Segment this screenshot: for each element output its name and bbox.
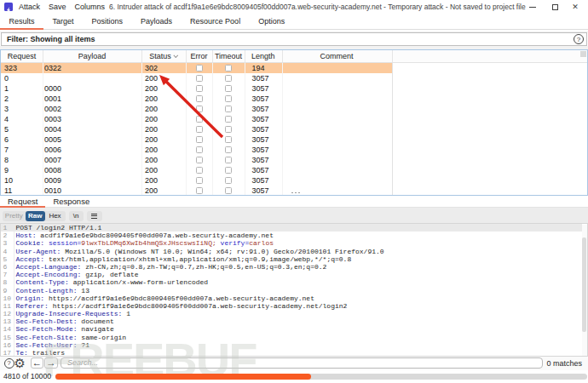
pretty-button[interactable]: Pretty — [3, 211, 26, 222]
cell-comment — [282, 94, 392, 104]
table-row[interactable]: 1000092003057 — [1, 175, 392, 186]
tab-positions[interactable]: Positions — [83, 14, 132, 30]
column-header-status[interactable]: Status — [141, 50, 186, 62]
table-row[interactable]: 400032003057 — [1, 114, 392, 124]
tab-options[interactable]: Options — [250, 14, 294, 30]
error-checkbox[interactable] — [196, 146, 203, 153]
filter-help-icon[interactable]: ? — [574, 34, 584, 44]
error-checkbox[interactable] — [196, 95, 203, 102]
timeout-checkbox[interactable] — [225, 167, 232, 174]
hex-button[interactable]: Hex — [45, 211, 66, 222]
column-header-request[interactable]: Request — [1, 50, 43, 62]
error-checkbox[interactable] — [196, 167, 203, 174]
maximize-button[interactable] — [544, 0, 566, 14]
table-row[interactable]: 02003057 — [1, 73, 392, 83]
minimize-button[interactable] — [522, 0, 544, 14]
timeout-checkbox[interactable] — [225, 146, 232, 153]
error-checkbox[interactable] — [196, 106, 203, 112]
error-checkbox[interactable] — [196, 75, 203, 82]
timeout-checkbox[interactable] — [225, 95, 232, 102]
menu-columns[interactable]: Columns — [75, 3, 106, 11]
results-table-header: RequestPayloadStatusErrorTimeoutLengthCo… — [1, 50, 587, 63]
tab-response[interactable]: Response — [45, 197, 97, 208]
gear-icon[interactable]: ⚙ — [14, 356, 26, 371]
cell-status: 200 — [141, 155, 186, 165]
newline-toggle-button[interactable]: \n — [69, 211, 84, 222]
error-checkbox[interactable] — [196, 116, 203, 123]
column-header-comment[interactable]: Comment — [282, 50, 392, 62]
timeout-checkbox[interactable] — [225, 136, 232, 143]
column-separator — [212, 50, 213, 62]
close-button[interactable]: ✕ — [564, 0, 586, 14]
timeout-checkbox[interactable] — [225, 65, 232, 71]
timeout-checkbox[interactable] — [225, 187, 232, 194]
tab-payloads[interactable]: Payloads — [132, 14, 182, 30]
table-row[interactable]: 100002003057 — [1, 83, 392, 94]
search-help-icon[interactable]: ? — [4, 358, 14, 369]
timeout-checkbox[interactable] — [225, 85, 232, 92]
request-editor[interactable]: 1POST /login2 HTTP/1.12Host: acdf1f9a1e6… — [0, 223, 588, 357]
message-tab-bar: Request Response — [0, 197, 588, 208]
cell-error — [186, 104, 212, 114]
timeout-checkbox[interactable] — [225, 116, 232, 123]
column-separator — [245, 63, 245, 196]
table-row[interactable]: 600052003057 — [1, 134, 392, 145]
tab-target[interactable]: Target — [43, 14, 83, 30]
menu-save[interactable]: Save — [49, 3, 66, 11]
table-row[interactable]: 1100102003057 — [1, 186, 392, 196]
cell-length: 3057 — [245, 83, 282, 94]
table-scrollbar-thumb[interactable] — [580, 51, 586, 57]
cell-error — [186, 124, 212, 134]
cell-comment — [282, 134, 392, 145]
error-checkbox[interactable] — [196, 126, 203, 133]
column-separator — [141, 63, 142, 196]
column-header-timeout[interactable]: Timeout — [212, 50, 245, 62]
cell-timeout — [212, 104, 245, 114]
splitter-grip[interactable] — [291, 192, 302, 195]
table-row[interactable]: 200012003057 — [1, 94, 392, 104]
timeout-checkbox[interactable] — [225, 106, 232, 112]
editor-scrollbar-thumb[interactable] — [582, 237, 586, 332]
table-row[interactable]: 700062003057 — [1, 145, 392, 155]
table-row[interactable]: 500042003057 — [1, 124, 392, 134]
table-row[interactable]: 3230322302194 — [1, 63, 392, 73]
request-line: 16Sec-Fetch-User: ?1 — [1, 341, 587, 349]
progress-bar — [55, 374, 587, 380]
tab-request[interactable]: Request — [0, 197, 45, 208]
error-checkbox[interactable] — [196, 157, 203, 163]
error-checkbox[interactable] — [196, 136, 203, 143]
cell-error — [186, 114, 212, 124]
table-row[interactable]: 900082003057 — [1, 165, 392, 175]
column-header-payload[interactable]: Payload — [43, 50, 141, 62]
error-checkbox[interactable] — [196, 177, 203, 184]
menu-attack[interactable]: Attack — [19, 3, 40, 11]
cell-payload: 0009 — [43, 175, 141, 186]
column-header-error[interactable]: Error — [186, 50, 212, 62]
previous-match-button[interactable]: ← — [31, 357, 44, 369]
request-line: 17Te: trailers — [1, 349, 587, 357]
timeout-checkbox[interactable] — [225, 126, 232, 133]
timeout-checkbox[interactable] — [225, 75, 232, 82]
editor-menu-button[interactable] — [87, 211, 102, 222]
column-separator — [392, 63, 393, 196]
filter-bar[interactable]: Filter: Showing all items ? — [1, 32, 587, 46]
timeout-checkbox[interactable] — [225, 177, 232, 184]
error-checkbox[interactable] — [196, 65, 203, 71]
table-row[interactable]: 800072003057 — [1, 155, 392, 165]
error-checkbox[interactable] — [196, 187, 203, 194]
column-header-length[interactable]: Length — [245, 50, 282, 62]
next-match-button[interactable]: → — [44, 357, 58, 369]
cell-request: 0 — [1, 73, 43, 83]
timeout-checkbox[interactable] — [225, 157, 232, 163]
raw-button[interactable]: Raw — [26, 211, 45, 222]
cell-comment — [282, 175, 392, 186]
table-row[interactable]: 300022003057 — [1, 104, 392, 114]
cell-status: 200 — [141, 175, 186, 186]
tab-results[interactable]: Results — [0, 14, 43, 30]
cell-error — [186, 175, 212, 186]
search-input[interactable]: Search... — [61, 357, 543, 369]
tab-resource-pool[interactable]: Resource Pool — [182, 14, 250, 30]
cell-payload: 0008 — [43, 165, 141, 175]
error-checkbox[interactable] — [196, 85, 203, 92]
editor-scrollbar[interactable] — [582, 225, 587, 357]
